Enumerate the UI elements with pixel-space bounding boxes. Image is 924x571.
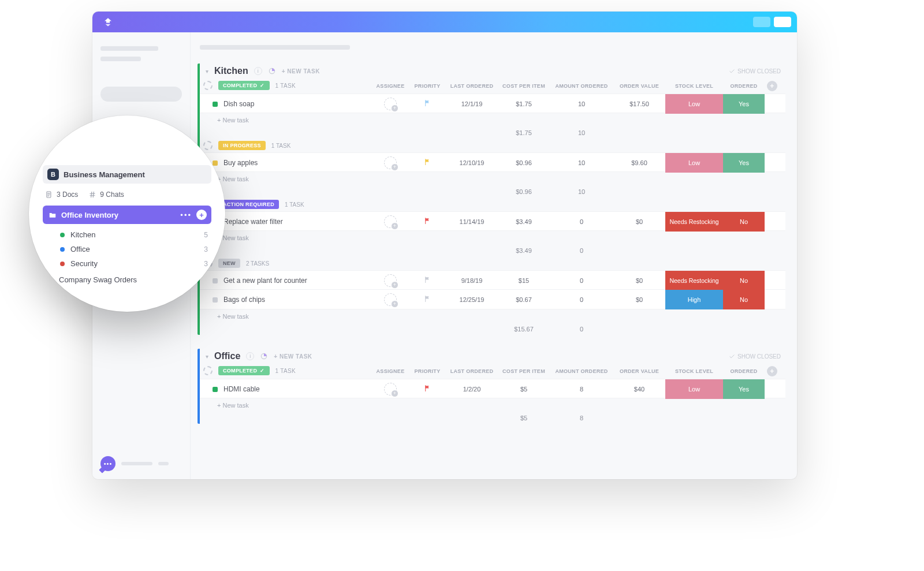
status-count: 1 TASK <box>285 201 304 208</box>
new-task-row[interactable]: + New task <box>200 172 785 186</box>
show-closed-toggle[interactable]: SHOW CLOSED <box>729 68 785 74</box>
info-icon[interactable]: i <box>254 67 262 75</box>
add-column-button[interactable]: + <box>767 81 777 91</box>
status-tag[interactable]: IN PROGRESS <box>218 141 266 150</box>
info-icon[interactable]: i <box>246 352 254 360</box>
collapse-icon[interactable]: ▾ <box>206 68 208 74</box>
assignee-add[interactable] <box>384 215 397 228</box>
new-task-row[interactable]: + New task <box>200 231 785 245</box>
assignee-add[interactable] <box>384 293 397 306</box>
column-header: STOCK LEVEL <box>665 368 723 374</box>
sidebar-folder-active[interactable]: Office Inventory ••• + <box>43 206 211 224</box>
ordered-cell[interactable]: No <box>723 212 765 232</box>
ordered-cell[interactable]: Yes <box>723 153 765 173</box>
task-row[interactable]: Replace water filter 11/14/19 $3.49 0 $0… <box>200 211 785 231</box>
task-row[interactable]: Bags of chips 12/25/19 $0.67 0 $0 High N… <box>200 290 785 309</box>
add-column-button[interactable]: + <box>767 366 777 376</box>
stock-level-cell[interactable]: Low <box>665 153 723 173</box>
titlebar-button-1[interactable] <box>753 17 770 27</box>
status-band: COMPLETED ✓ 1 TASK <box>200 81 372 91</box>
status-tag[interactable]: COMPLETED ✓ <box>218 81 270 90</box>
stock-level-cell[interactable]: Needs Restocking <box>665 271 723 290</box>
flag-icon <box>424 99 431 107</box>
task-row[interactable]: Dish soap 12/1/19 $1.75 10 $17.50 Low Ye… <box>200 94 785 113</box>
sidebar-item-count: 3 <box>204 245 211 253</box>
status-ring-icon[interactable] <box>203 81 213 90</box>
assignee-add[interactable] <box>384 98 397 110</box>
progress-icon <box>260 352 268 360</box>
stock-level-cell[interactable]: Needs Restocking <box>665 212 723 232</box>
priority-cell[interactable] <box>409 295 446 304</box>
new-task-link[interactable]: + NEW TASK <box>274 353 312 360</box>
stock-level-cell[interactable]: High <box>665 290 723 309</box>
stock-level-cell[interactable]: Low <box>665 94 723 114</box>
search-input-placeholder[interactable] <box>100 87 182 102</box>
space-badge: B <box>47 169 59 180</box>
subtotal-row: $1.75 10 <box>200 127 785 139</box>
amount-cell: 0 <box>550 277 613 284</box>
assignee-add[interactable] <box>384 156 397 169</box>
more-icon[interactable]: ••• <box>180 211 192 219</box>
priority-cell[interactable] <box>409 217 446 226</box>
docs-link[interactable]: 3 Docs <box>45 191 78 199</box>
task-row[interactable]: Buy apples 12/10/19 $0.96 10 $9.60 Low Y… <box>200 152 785 172</box>
status-ring-icon[interactable] <box>203 141 213 150</box>
subtotal-amount: 10 <box>550 188 613 195</box>
last-ordered-cell: 1/2/20 <box>446 386 498 393</box>
cost-cell: $1.75 <box>498 100 550 107</box>
priority-cell[interactable] <box>409 99 446 109</box>
status-ring-icon[interactable] <box>203 366 213 375</box>
progress-icon[interactable] <box>260 352 268 360</box>
flag-icon <box>424 217 431 225</box>
last-ordered-cell: 12/10/19 <box>446 159 498 166</box>
column-header: PRIORITY <box>409 368 446 374</box>
add-list-button[interactable]: + <box>196 210 207 220</box>
status-tag[interactable]: ACTION REQUIRED <box>218 200 279 209</box>
assignee-add[interactable] <box>384 383 397 395</box>
priority-cell[interactable] <box>409 385 446 394</box>
list-color-dot <box>60 262 65 266</box>
sidebar-item-kitchen[interactable]: Kitchen 5 <box>43 227 211 242</box>
priority-cell[interactable] <box>409 158 446 167</box>
task-row[interactable]: Get a new plant for counter 9/18/19 $15 … <box>200 270 785 290</box>
sidebar-item-label: Office <box>70 245 90 253</box>
sidebar-folder[interactable]: Company Swag Orders <box>43 271 211 284</box>
sidebar-item-security[interactable]: Security 3 <box>43 256 211 271</box>
ordered-cell[interactable]: No <box>723 271 765 290</box>
new-task-row[interactable]: + New task <box>200 398 785 412</box>
status-tag[interactable]: NEW <box>218 259 240 268</box>
value-cell: $40 <box>613 386 665 393</box>
app-logo-icon <box>103 17 113 27</box>
status-dot <box>213 278 218 283</box>
new-task-row[interactable]: + New task <box>200 309 785 323</box>
main-content: ▾ Kitchen i + NEW TASK SHOW CLOSED COMPL… <box>191 32 797 479</box>
ordered-cell[interactable]: Yes <box>723 94 765 114</box>
assignee-add[interactable] <box>384 274 397 287</box>
space-chip[interactable]: B Business Management <box>43 165 211 184</box>
subtotal-amount: 0 <box>550 247 613 254</box>
status-count: 1 TASK <box>275 368 296 374</box>
new-task-row[interactable]: + New task <box>200 113 785 127</box>
check-icon <box>729 68 735 74</box>
titlebar-button-2[interactable] <box>774 17 791 27</box>
sidebar-item-office[interactable]: Office 3 <box>43 242 211 256</box>
stock-level-cell[interactable]: Low <box>665 379 723 399</box>
show-closed-toggle[interactable]: SHOW CLOSED <box>729 353 785 360</box>
chats-link[interactable]: 9 Chats <box>88 191 124 199</box>
ordered-cell[interactable]: Yes <box>723 379 765 399</box>
chats-label: 9 Chats <box>100 191 124 199</box>
ordered-cell[interactable]: No <box>723 290 765 309</box>
new-task-link[interactable]: + NEW TASK <box>282 68 320 74</box>
task-row[interactable]: HDMI cable 1/2/20 $5 8 $40 Low Yes <box>200 379 785 398</box>
flag-icon <box>424 385 431 392</box>
status-band: COMPLETED ✓ 1 TASK <box>200 366 372 376</box>
flag-icon <box>424 158 431 166</box>
task-name: Buy apples <box>223 159 258 167</box>
collapse-icon[interactable]: ▾ <box>206 353 208 360</box>
columns-header: COMPLETED ✓ 1 TASK ASSIGNEEPRIORITYLAST … <box>200 366 785 379</box>
progress-icon[interactable] <box>268 67 276 75</box>
chat-icon[interactable]: ••• <box>100 456 116 471</box>
task-name: Replace water filter <box>223 218 283 226</box>
priority-cell[interactable] <box>409 276 446 285</box>
status-tag[interactable]: COMPLETED ✓ <box>218 366 270 375</box>
